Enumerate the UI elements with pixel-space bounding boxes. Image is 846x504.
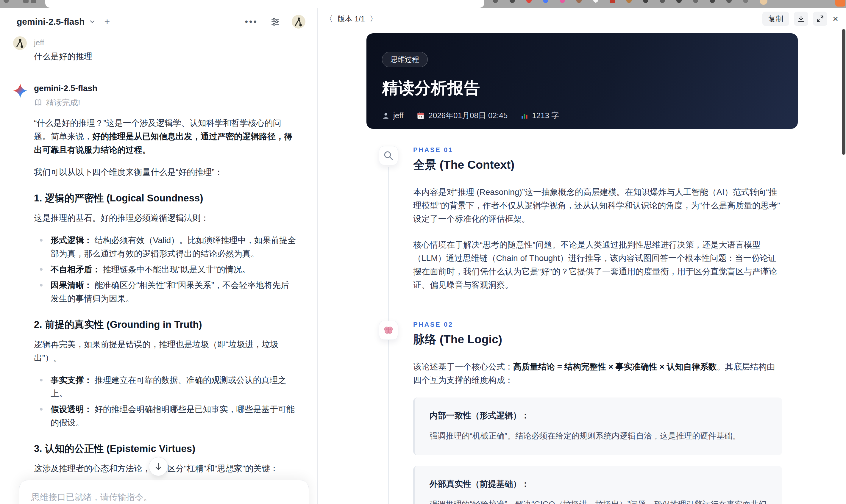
version-prev-icon[interactable]: 〈 [325, 14, 333, 24]
extension-icon[interactable] [493, 0, 498, 3]
extension-icon[interactable] [576, 0, 582, 3]
logic-card-body: 强调推理的“机械正确”。结论必须在给定的规则系统内逻辑自洽，这是推理的硬件基础。 [429, 429, 768, 443]
phase-paragraph: 本内容是对“推理 (Reasoning)”这一抽象概念的高层建模。在知识爆炸与人… [413, 185, 782, 226]
phase-context: PHASE 01 全景 (The Context) 本内容是对“推理 (Reas… [367, 146, 798, 292]
extension-icon[interactable] [610, 0, 615, 3]
list-item: 形式逻辑： 结构必须有效（Valid）。比如演绎推理中，如果前提全部为真，那么通… [34, 234, 296, 260]
bullet-list: 事实支撑： 推理建立在可靠的数据、准确的观测或公认的真理之上。 假设透明： 好的… [34, 373, 296, 429]
browser-back-icon[interactable] [4, 0, 9, 3]
logic-card-body: 强调推理的“经验校准”。解决“GIGO（垃圾进，垃圾出）”问题，确保推理引擎运行… [429, 498, 768, 504]
report-meta: jeff 17 2026年01月08日 02:45 [382, 110, 782, 121]
settings-sliders-icon[interactable] [270, 17, 280, 27]
phase-title: 全景 (The Context) [413, 157, 782, 173]
artifact-toolbar: 〈 版本 1/1 〉 复制 × [318, 8, 846, 28]
phase-label: PHASE 01 [413, 146, 782, 154]
composer-input[interactable]: 思维接口已就绪，请传输指令。 [31, 491, 297, 503]
expand-button[interactable] [813, 12, 827, 26]
user-message-text: 什么是好的推理 [34, 51, 92, 62]
report-author: jeff [382, 111, 403, 120]
browser-address-bar[interactable] [45, 0, 484, 8]
svg-text:17: 17 [419, 115, 422, 119]
chevron-down-icon[interactable] [89, 18, 96, 25]
new-chat-button[interactable]: + [104, 16, 110, 28]
scrollbar[interactable] [842, 29, 845, 155]
expand-icon [816, 15, 824, 23]
brain-icon [379, 321, 398, 340]
extension-icon[interactable] [560, 0, 565, 3]
bar-chart-icon [521, 112, 528, 120]
list-item: 不自相矛盾： 推理链条中不能出现“既是又非”的情况。 [34, 263, 296, 276]
report-title: 精读分析报告 [382, 77, 782, 99]
close-icon[interactable]: × [833, 13, 838, 24]
message-list: jeff 什么是好的推理 [0, 32, 317, 504]
artifact-panel: 〈 版本 1/1 〉 复制 × 思维过程 精读分析报告 [318, 8, 846, 504]
person-icon [382, 112, 390, 120]
assistant-response: “什么是好的推理？”这是一个涉及逻辑学、认知科学和哲学核心的问题。简单来说，好的… [34, 116, 296, 504]
extension-icon[interactable] [743, 0, 748, 3]
version-label: 版本 1/1 [338, 14, 365, 24]
download-icon [797, 15, 805, 23]
extension-icon[interactable] [676, 0, 682, 3]
extension-icon[interactable] [626, 0, 632, 3]
browser-extensions-icon[interactable] [23, 0, 29, 3]
extension-icon[interactable] [526, 0, 532, 3]
section-heading: 2. 前提的真实性 (Grounding in Truth) [34, 318, 296, 331]
section-lead: 这是推理的基石。好的推理必须遵循逻辑法则： [34, 211, 296, 224]
download-button[interactable] [794, 12, 808, 26]
phase-paragraph: 该论述基于一个核心公式：高质量结论 = 结构完整性 × 事实准确性 × 认知自律… [413, 360, 782, 387]
user-message-avatar [13, 36, 27, 62]
message-composer[interactable]: 思维接口已就绪，请传输指令。 + [19, 480, 309, 504]
report-word-count: 1213 字 [521, 110, 559, 121]
assistant-status-text: 精读完成! [46, 97, 81, 108]
extension-icon[interactable] [510, 0, 515, 3]
report-badge: 思维过程 [382, 52, 428, 67]
browser-grid-icon[interactable] [31, 0, 36, 3]
book-icon [34, 98, 42, 107]
assistant-message: gemini-2.5-flash 精读完成! “什么是好的推理？”这是一个涉及逻… [13, 84, 299, 504]
extension-icon[interactable] [660, 0, 665, 3]
report-phases: PHASE 01 全景 (The Context) 本内容是对“推理 (Reas… [367, 146, 798, 504]
scroll-to-bottom-button[interactable] [149, 457, 168, 476]
user-name: jeff [34, 38, 92, 47]
assistant-status: 精读完成! [34, 97, 296, 108]
version-next-icon[interactable]: 〉 [370, 14, 377, 24]
magnifier-icon [379, 146, 398, 165]
chat-panel: gemini-2.5-flash + ••• [0, 8, 317, 504]
section-heading: 1. 逻辑的严密性 (Logical Soundness) [34, 191, 296, 205]
extension-icon[interactable] [593, 0, 598, 3]
extension-icon[interactable] [543, 0, 548, 3]
section-lead: 逻辑再完美，如果前提是错误的，推理也是垃圾（即“垃圾进，垃圾出”）。 [34, 338, 296, 364]
user-message: jeff 什么是好的推理 [13, 36, 299, 62]
phase-label: PHASE 02 [413, 321, 782, 328]
model-selector[interactable]: gemini-2.5-flash [17, 17, 85, 27]
list-item: 事实支撑： 推理建立在可靠的数据、准确的观测或公认的真理之上。 [34, 373, 296, 400]
browser-toolbar [0, 0, 846, 8]
report-document: 思维过程 精读分析报告 jeff [367, 33, 798, 504]
logic-card: 外部真实性（前提基础）： 强调推理的“经验校准”。解决“GIGO（垃圾进，垃圾出… [413, 466, 782, 504]
bullet-list: 形式逻辑： 结构必须有效（Valid）。比如演绎推理中，如果前提全部为真，那么通… [34, 234, 296, 305]
assistant-name: gemini-2.5-flash [34, 84, 296, 93]
logic-card-title: 外部真实性（前提基础）： [429, 479, 768, 490]
section-heading: 3. 认知的公正性 (Epistemic Virtues) [34, 442, 296, 455]
phase-logic: PHASE 02 脉络 (The Logic) 该论述基于一个核心公式：高质量结… [367, 321, 798, 504]
logic-card-title: 内部一致性（形式逻辑）： [429, 410, 768, 421]
phase-paragraph: 核心情境在于解决“思考的随意性”问题。不论是人类通过批判性思维进行决策，还是大语… [413, 238, 782, 292]
extension-icon[interactable] [710, 0, 715, 3]
copy-button[interactable]: 复制 [762, 12, 789, 26]
chat-header: gemini-2.5-flash + ••• [0, 8, 317, 32]
report-header: 思维过程 精读分析报告 jeff [367, 33, 798, 129]
paragraph: “什么是好的推理？”这是一个涉及逻辑学、认知科学和哲学核心的问题。简单来说，好的… [34, 116, 296, 157]
browser-menu-icon[interactable] [835, 0, 845, 6]
more-options-icon[interactable]: ••• [245, 20, 258, 23]
gemini-star-icon [13, 84, 28, 504]
logic-card: 内部一致性（形式逻辑）： 强调推理的“机械正确”。结论必须在给定的规则系统内逻辑… [413, 397, 782, 455]
phase-title: 脉络 (The Logic) [413, 331, 782, 347]
browser-profile-avatar[interactable] [760, 0, 768, 5]
user-avatar[interactable] [292, 15, 305, 29]
paragraph: 我们可以从以下四个维度来衡量什么是“好的推理”： [34, 165, 296, 179]
extension-icon[interactable] [693, 0, 698, 3]
list-item: 假设透明： 好的推理会明确指明哪些是已知事实，哪些是基于可能的假设。 [34, 402, 296, 429]
extension-icon[interactable] [726, 0, 732, 3]
report-date: 17 2026年01月08日 02:45 [417, 110, 508, 121]
extension-icon[interactable] [643, 0, 648, 3]
